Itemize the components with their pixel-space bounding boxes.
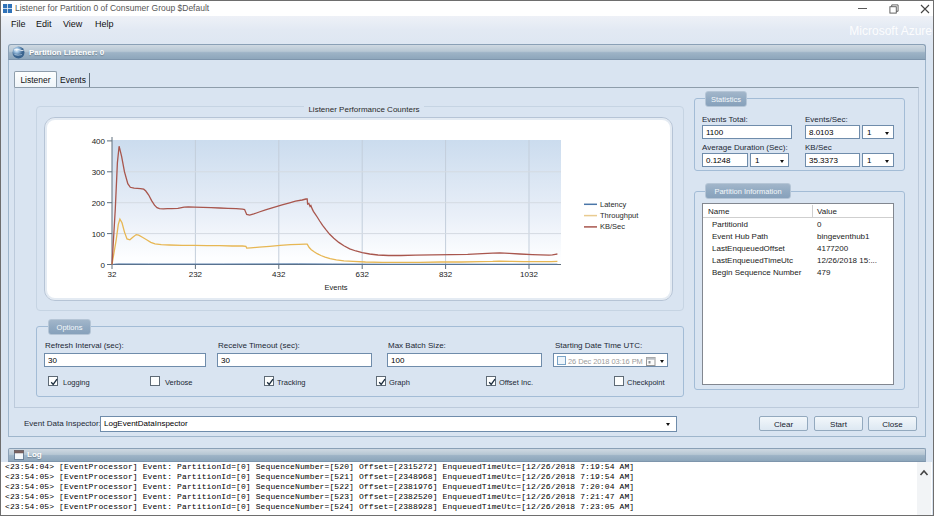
svg-text:Throughput: Throughput — [600, 211, 639, 220]
svg-text:632: 632 — [356, 270, 370, 279]
svg-text:KB/Sec: KB/Sec — [600, 222, 625, 231]
svg-text:100: 100 — [92, 230, 106, 239]
svg-text:Latency: Latency — [600, 200, 627, 209]
svg-text:232: 232 — [189, 270, 203, 279]
svg-text:200: 200 — [92, 199, 106, 208]
svg-text:300: 300 — [92, 168, 106, 177]
svg-text:Events: Events — [325, 283, 348, 292]
svg-text:400: 400 — [92, 137, 106, 146]
svg-text:432: 432 — [272, 270, 286, 279]
svg-text:1032: 1032 — [520, 270, 538, 279]
svg-text:32: 32 — [108, 270, 117, 279]
svg-text:0: 0 — [101, 261, 106, 270]
svg-text:832: 832 — [439, 270, 453, 279]
